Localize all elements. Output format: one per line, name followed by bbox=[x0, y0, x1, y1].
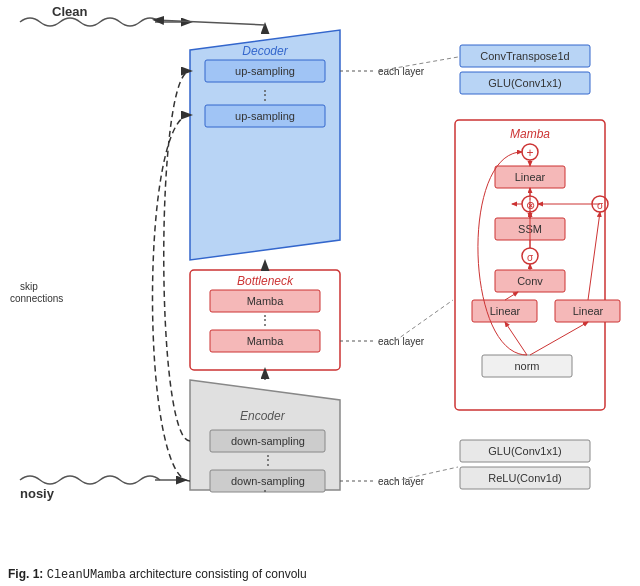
encoder-label: Encoder bbox=[240, 409, 286, 423]
norm-box: norm bbox=[514, 360, 539, 372]
each-layer-encoder: each layer bbox=[378, 476, 425, 487]
linear-top: Linear bbox=[515, 171, 546, 183]
up-sampling-2: up-sampling bbox=[235, 110, 295, 122]
linear-bottom-right: Linear bbox=[573, 305, 604, 317]
each-layer-bottleneck: each layer bbox=[378, 336, 425, 347]
svg-text:⋮: ⋮ bbox=[258, 87, 272, 103]
svg-text:⋮: ⋮ bbox=[258, 312, 272, 328]
noisy-label: nosiy bbox=[20, 486, 55, 501]
linear-bottom-left: Linear bbox=[490, 305, 521, 317]
diagram-container: Clean nosiy Encoder down-sampling ⋮ down… bbox=[0, 0, 640, 540]
glu-conv1x1-top: GLU(Conv1x1) bbox=[488, 77, 561, 89]
clean-label: Clean bbox=[52, 4, 87, 19]
mamba-box-1: Mamba bbox=[247, 295, 285, 307]
up-sampling-1: up-sampling bbox=[235, 65, 295, 77]
decoder-label: Decoder bbox=[242, 44, 288, 58]
mamba-detail-label: Mamba bbox=[510, 127, 550, 141]
caption-rest: architecture consisting of convolu bbox=[129, 567, 306, 581]
svg-text:⋮: ⋮ bbox=[261, 452, 275, 468]
svg-text:connections: connections bbox=[10, 293, 63, 304]
bottleneck-label: Bottleneck bbox=[237, 274, 294, 288]
caption-fig: Fig. 1: bbox=[8, 567, 43, 581]
down-sampling-2: down-sampling bbox=[231, 475, 305, 487]
mamba-box-2: Mamba bbox=[247, 335, 285, 347]
svg-text:σ: σ bbox=[527, 252, 534, 263]
down-sampling-1: down-sampling bbox=[231, 435, 305, 447]
skip-connections-label: skip bbox=[20, 281, 38, 292]
svg-text:+: + bbox=[526, 146, 533, 160]
conv-transpose-label: ConvTranspose1d bbox=[480, 50, 569, 62]
relu-conv1d: ReLU(Conv1d) bbox=[488, 472, 561, 484]
caption: Fig. 1: CleanUMamba architecture consist… bbox=[0, 565, 640, 584]
architecture-diagram: Clean nosiy Encoder down-sampling ⋮ down… bbox=[0, 0, 640, 540]
svg-text:σ: σ bbox=[597, 200, 604, 211]
caption-code: CleanUMamba bbox=[47, 568, 126, 582]
conv-box: Conv bbox=[517, 275, 543, 287]
each-layer-decoder: each layer bbox=[378, 66, 425, 77]
glu-conv1x1-bottom: GLU(Conv1x1) bbox=[488, 445, 561, 457]
